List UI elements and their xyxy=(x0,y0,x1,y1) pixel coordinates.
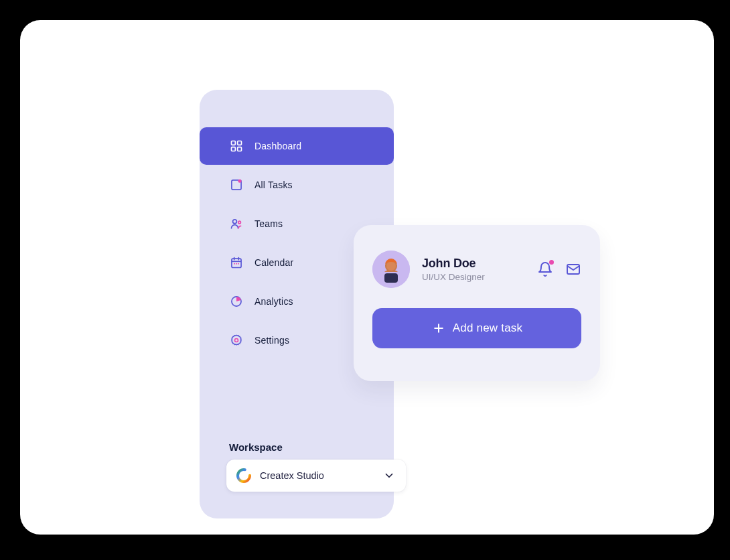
workspace-label: Workspace xyxy=(229,441,283,453)
workspace-selected-name: Createx Studio xyxy=(260,470,374,481)
svg-point-5 xyxy=(238,180,242,183)
tasks-icon xyxy=(229,178,244,192)
user-actions xyxy=(537,261,581,277)
svg-point-16 xyxy=(386,261,396,271)
notification-indicator xyxy=(549,260,554,265)
user-task-card: John Doe UI/UX Designer xyxy=(354,225,600,381)
analytics-icon xyxy=(229,294,244,309)
svg-point-14 xyxy=(238,470,250,482)
sidebar-item-label: Settings xyxy=(254,335,289,346)
svg-point-6 xyxy=(233,220,237,224)
chevron-down-icon xyxy=(382,468,396,483)
svg-rect-1 xyxy=(238,141,242,145)
sidebar-item-label: Calendar xyxy=(254,257,293,268)
calendar-icon xyxy=(229,255,244,270)
dashboard-icon xyxy=(229,139,244,153)
user-row: John Doe UI/UX Designer xyxy=(372,251,581,288)
app-canvas: Dashboard All Tasks xyxy=(20,20,714,535)
svg-point-10 xyxy=(236,263,237,265)
svg-point-11 xyxy=(238,263,239,265)
mail-icon[interactable] xyxy=(565,261,581,277)
svg-point-9 xyxy=(234,263,235,265)
plus-icon xyxy=(431,321,446,336)
sidebar-item-label: All Tasks xyxy=(254,180,293,190)
teams-icon xyxy=(229,216,244,231)
sidebar-item-label: Analytics xyxy=(254,296,293,307)
add-task-label: Add new task xyxy=(453,322,522,335)
sidebar-item-label: Teams xyxy=(254,218,283,229)
sidebar-item-dashboard[interactable]: Dashboard xyxy=(200,127,394,165)
svg-point-13 xyxy=(235,339,238,342)
add-new-task-button[interactable]: Add new task xyxy=(372,308,581,348)
settings-icon xyxy=(229,333,244,348)
workspace-logo-icon xyxy=(236,468,252,484)
bell-icon[interactable] xyxy=(537,261,553,277)
avatar xyxy=(372,251,410,288)
svg-rect-3 xyxy=(238,147,242,151)
user-name: John Doe xyxy=(422,257,525,271)
svg-point-7 xyxy=(238,221,241,224)
workspace-picker[interactable]: Createx Studio xyxy=(226,460,406,492)
svg-rect-17 xyxy=(384,273,398,283)
user-role: UI/UX Designer xyxy=(422,272,525,282)
user-text: John Doe UI/UX Designer xyxy=(422,257,525,282)
svg-rect-2 xyxy=(232,147,236,151)
svg-rect-0 xyxy=(232,141,236,145)
sidebar-item-all-tasks[interactable]: All Tasks xyxy=(200,166,394,204)
sidebar-item-label: Dashboard xyxy=(254,141,301,151)
